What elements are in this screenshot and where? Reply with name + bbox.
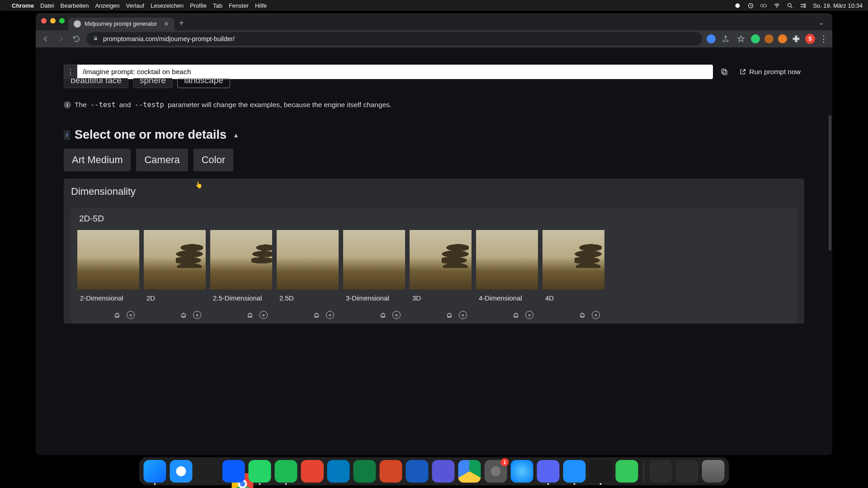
add-style-button[interactable]: + xyxy=(459,311,467,319)
code-test: --test xyxy=(90,101,116,109)
style-thumbnail xyxy=(277,230,339,290)
tab-color[interactable]: Color xyxy=(193,149,234,171)
style-thumbnail xyxy=(410,230,472,290)
info-icon: i xyxy=(64,101,71,108)
new-tab-button[interactable]: + xyxy=(175,16,189,30)
cursor-pointer-icon: 👆 xyxy=(195,181,203,188)
dimensionality-panel: 👆 Dimensionality 2D-5D 2-Dimensional + xyxy=(64,178,658,324)
code-testp: --testp xyxy=(135,101,164,109)
panel-title[interactable]: Dimensionality xyxy=(71,186,658,197)
subpanel-title: 2D-5D xyxy=(79,214,658,224)
close-tab-icon[interactable]: ✕ xyxy=(164,20,169,28)
collapse-caret-icon[interactable]: ▲ xyxy=(233,131,239,139)
chip-sphere[interactable]: sphere xyxy=(133,78,173,88)
dimensionality-grid: 2-Dimensional + 2D + xyxy=(77,230,658,324)
menubar-item[interactable]: Hilfe xyxy=(255,2,267,9)
weight-icon[interactable] xyxy=(179,311,188,319)
menubar-item[interactable]: Anzeigen xyxy=(95,2,119,9)
address-bar[interactable]: promptomania.com/midjourney-prompt-build… xyxy=(86,32,658,46)
style-label: 3D xyxy=(410,290,472,304)
add-style-button[interactable]: + xyxy=(127,311,135,319)
weight-icon[interactable] xyxy=(512,311,520,319)
weight-icon[interactable] xyxy=(312,311,321,319)
style-label: 4D xyxy=(542,290,604,304)
chrome-toolbar: promptomania.com/midjourney-prompt-build… xyxy=(36,30,658,47)
prompt-menu-button[interactable]: ⋮ xyxy=(64,65,77,79)
style-thumbnail xyxy=(542,230,604,290)
favicon-icon xyxy=(74,20,81,28)
add-style-button[interactable]: + xyxy=(392,311,401,319)
style-thumbnail xyxy=(343,230,405,290)
weight-icon[interactable] xyxy=(246,311,254,319)
style-thumbnail xyxy=(210,230,272,290)
url-text: promptomania.com/midjourney-prompt-build… xyxy=(103,35,235,42)
style-card[interactable]: 3-Dimensional + xyxy=(343,230,405,324)
style-label: 2-Dimensional xyxy=(77,290,139,304)
style-label: 3-Dimensional xyxy=(343,290,405,304)
close-window-button[interactable] xyxy=(41,18,47,23)
section-title: Select one or more details xyxy=(75,128,226,142)
section-header-details[interactable]: i Select one or more details ▲ xyxy=(64,128,239,142)
style-card[interactable]: 4D + xyxy=(542,230,604,324)
style-thumbnail xyxy=(144,230,206,290)
style-thumbnail xyxy=(77,230,139,290)
style-card[interactable]: 2.5-Dimensional + xyxy=(210,230,272,324)
weight-icon[interactable] xyxy=(379,311,387,319)
tab-camera[interactable]: Camera xyxy=(136,149,188,171)
minimize-window-button[interactable] xyxy=(50,18,56,23)
menubar-item[interactable]: Profile xyxy=(190,2,207,9)
style-label: 2.5-Dimensional xyxy=(210,290,272,304)
tab-title: Midjourney prompt generator xyxy=(85,21,157,27)
menubar-item[interactable]: Fenster xyxy=(229,2,249,9)
style-card[interactable]: 2-Dimensional + xyxy=(77,230,139,324)
tab-art-medium[interactable]: Art Medium xyxy=(64,149,131,171)
style-label: 4-Dimensional xyxy=(476,290,538,304)
chrome-tabstrip: Midjourney prompt generator ✕ + ⌄ xyxy=(36,13,658,30)
add-style-button[interactable]: + xyxy=(259,311,268,319)
chip-landscape[interactable]: landscape xyxy=(177,78,230,88)
style-card[interactable]: 2D + xyxy=(144,230,206,324)
style-card[interactable]: 4-Dimensional + xyxy=(476,230,538,324)
add-style-button[interactable]: + xyxy=(193,311,201,319)
reload-button[interactable] xyxy=(71,33,82,44)
svg-rect-8 xyxy=(94,38,97,40)
info-badge-icon: i xyxy=(64,130,70,140)
add-style-button[interactable]: + xyxy=(592,311,600,319)
back-button[interactable] xyxy=(40,33,51,44)
mac-menubar: Chrome Datei Bearbeiten Anzeigen Verlauf… xyxy=(0,0,658,11)
page-content: ⋮ /imagine prompt: cocktail on beach Run… xyxy=(36,47,658,369)
window-controls xyxy=(39,18,68,28)
subpanel-2d5d: 2D-5D 2-Dimensional + 2D xyxy=(71,207,658,324)
add-style-button[interactable]: + xyxy=(525,311,533,319)
lock-icon xyxy=(93,35,99,42)
info-note: i The --test and --testp parameter will … xyxy=(64,101,392,109)
style-card[interactable]: 2.5D + xyxy=(277,230,339,324)
style-card[interactable]: 3D + xyxy=(410,230,472,324)
style-thumbnail xyxy=(476,230,538,290)
menubar-item[interactable]: Verlauf xyxy=(126,2,144,9)
chip-beautiful-face[interactable]: beautiful face xyxy=(64,78,128,88)
menubar-item[interactable]: Datei xyxy=(40,2,54,9)
style-label: 2.5D xyxy=(277,290,339,304)
detail-tabs: Art Medium Camera Color xyxy=(64,149,233,171)
weight-icon[interactable] xyxy=(445,311,453,319)
browser-tab[interactable]: Midjourney prompt generator ✕ xyxy=(68,18,175,30)
menubar-app-name[interactable]: Chrome xyxy=(12,2,34,9)
style-label: 2D xyxy=(144,290,206,304)
prompt-bar: ⋮ /imagine prompt: cocktail on beach Run… xyxy=(64,65,658,79)
prompt-input[interactable]: /imagine prompt: cocktail on beach xyxy=(77,65,658,79)
menubar-item[interactable]: Tab xyxy=(213,2,222,9)
weight-icon[interactable] xyxy=(113,311,121,319)
chrome-window: Midjourney prompt generator ✕ + ⌄ prompt… xyxy=(35,13,658,369)
weight-icon[interactable] xyxy=(578,311,586,319)
maximize-window-button[interactable] xyxy=(59,18,65,23)
forward-button[interactable] xyxy=(56,33,66,44)
add-style-button[interactable]: + xyxy=(326,311,334,319)
menubar-item[interactable]: Lesezeichen xyxy=(151,2,184,9)
example-chips: beautiful face sphere landscape xyxy=(64,81,230,91)
menubar-item[interactable]: Bearbeiten xyxy=(60,2,89,9)
